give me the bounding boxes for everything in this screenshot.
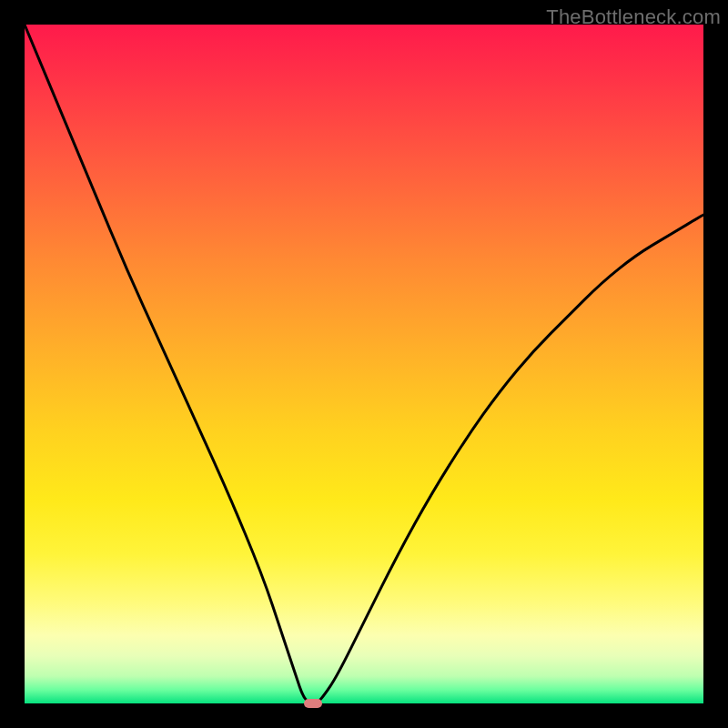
bottleneck-curve: [25, 25, 703, 703]
chart-frame: TheBottleneck.com: [0, 0, 728, 728]
plot-area: [25, 25, 703, 703]
minimum-marker: [304, 699, 322, 708]
watermark-text: TheBottleneck.com: [546, 5, 721, 29]
